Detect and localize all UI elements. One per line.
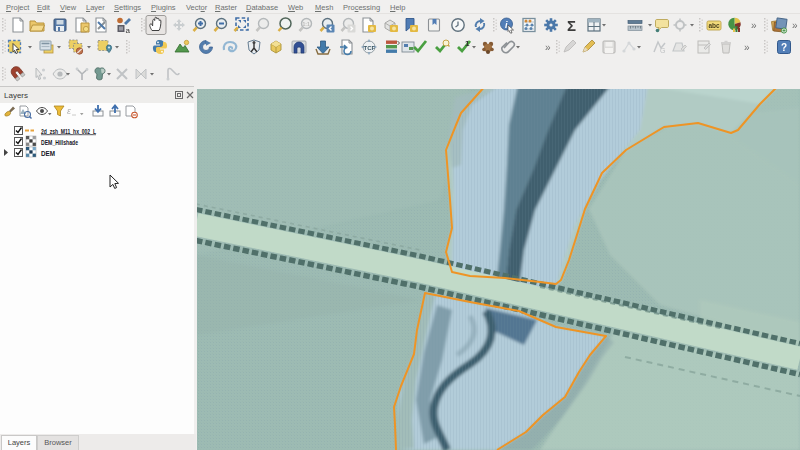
svg-text:ε: ε <box>67 106 72 116</box>
svg-text:»: » <box>744 42 750 53</box>
svg-text:DEM: DEM <box>41 150 55 157</box>
svg-text:TCF: TCF <box>364 45 376 51</box>
svg-text:DEM_Hillshade: DEM_Hillshade <box>41 139 78 146</box>
svg-text:abc: abc <box>709 22 721 29</box>
svg-text:a: a <box>126 26 131 35</box>
svg-text:»: » <box>792 20 798 31</box>
svg-text:2d_zsh_M11_hx_002_L: 2d_zsh_M11_hx_002_L <box>41 128 96 135</box>
svg-text:Σ: Σ <box>567 17 576 34</box>
svg-text:»: » <box>545 42 551 53</box>
svg-text:1: 1 <box>465 39 470 48</box>
svg-text:G: G <box>660 47 665 54</box>
svg-text:1:1: 1:1 <box>303 21 310 27</box>
svg-text:»: » <box>751 20 757 31</box>
svg-text:?: ? <box>781 42 787 53</box>
